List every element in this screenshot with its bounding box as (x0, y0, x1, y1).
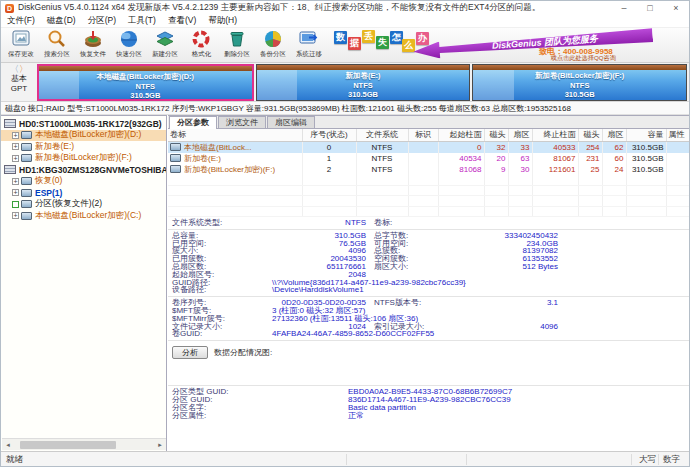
menu-tools[interactable]: 工具(T) (122, 15, 162, 27)
scroll-right-arrow[interactable]: ▸ (154, 441, 166, 449)
status-capslock: 大写 (639, 454, 656, 466)
search-partition-button[interactable]: 搜索分区 (39, 29, 75, 62)
col-sector2[interactable]: 扇区 (602, 129, 626, 141)
col-capacity[interactable]: 容量 (626, 129, 666, 141)
partition-name: 新加卷(BitLocker加密)(F:) (473, 71, 686, 81)
tree-item-partition-c[interactable]: + 本地磁盘(BitLocker加密)(C:) (1, 210, 166, 222)
expand-icon[interactable]: + (12, 189, 19, 196)
partition-name: 本地磁盘(BitLocker加密)(D:) (39, 72, 252, 82)
next-disk-arrow[interactable]: 〉 (19, 64, 28, 74)
recover-files-button[interactable]: 恢复文件 (75, 29, 111, 62)
status-bar: 就绪 大写 数字 (1, 451, 689, 466)
col-end-cylinder[interactable]: 终止柱面 (532, 129, 578, 141)
qq-consult-link[interactable]: 或点击此处选择QQ咨询 (551, 54, 616, 63)
delete-partition-button[interactable]: 删除分区 (219, 29, 255, 62)
empty-row (168, 206, 690, 217)
partition-icon (21, 154, 32, 162)
col-start-cylinder[interactable]: 起始柱面 (438, 129, 484, 141)
partition-row[interactable]: 本地磁盘(BitLock... 0 NTFS 0 32 33 40533 254… (168, 141, 690, 153)
tab-partition-params[interactable]: 分区参数 (169, 116, 217, 129)
tree-item-partition-e[interactable]: + 新加卷(E:) (1, 141, 166, 153)
col-attributes[interactable]: 属性 (666, 129, 690, 141)
divider (168, 340, 689, 341)
system-migration-button[interactable]: 系统迁移 (291, 29, 327, 62)
status-numlock: 数字 (663, 454, 680, 466)
expand-icon[interactable]: + (12, 178, 19, 185)
menu-bar: 文件(F) 磁盘(D) 分区(P) 工具(T) 查看(V) 帮助(H) (1, 15, 689, 28)
col-volume-label[interactable]: 卷标 (168, 129, 302, 141)
format-icon (190, 29, 212, 49)
quick-partition-button[interactable]: 快速分区 (111, 29, 147, 62)
banner-tile: 办 (416, 32, 429, 45)
tree-item-hd0[interactable]: HD0:ST1000LM035-1RK172(932GB) (1, 118, 166, 130)
app-icon: D (5, 4, 14, 13)
partition-icon (170, 154, 181, 162)
detail-tabs: 分区参数 浏览文件 扇区编辑 (168, 116, 689, 129)
banner-tile: 数 (334, 31, 347, 44)
status-divider (658, 454, 659, 465)
analyze-button[interactable]: 分析 (172, 346, 208, 359)
save-changes-button[interactable]: 保存更改 (3, 29, 39, 62)
tree-item-partition-d[interactable]: + 本地磁盘(BitLocker加密)(D:) (1, 130, 166, 142)
prev-disk-arrow[interactable]: 〈 (10, 64, 19, 74)
expand-icon[interactable]: + (12, 212, 19, 219)
tab-browse-files[interactable]: 浏览文件 (218, 116, 266, 128)
partition-row[interactable]: 新加卷(BitLocker加密)(F:) 2 NTFS 81068 9 30 1… (168, 164, 690, 175)
expand-icon[interactable]: + (12, 132, 19, 139)
tree-item-partition-f[interactable]: + 新加卷(BitLocker加密)(F:) (1, 153, 166, 165)
backup-partition-button[interactable]: 备份分区 (255, 29, 291, 62)
expand-icon[interactable]: + (12, 143, 19, 150)
format-button[interactable]: 格式化 (183, 29, 219, 62)
partition-graph-bar: 〈〉 基本 GPT 本地磁盘(BitLocker加密)(D:) NTFS 310… (1, 63, 689, 102)
tab-sector-edit[interactable]: 扇区编辑 (267, 116, 315, 128)
tree-item-recovered-files[interactable]: 分区(恢复文件)(2) (1, 199, 166, 211)
banner-tile: 丢 (362, 30, 375, 43)
banner-tile: 失 (376, 36, 389, 49)
partition-icon (170, 143, 181, 151)
close-button[interactable]: × (663, 2, 689, 15)
scroll-thumb[interactable] (20, 441, 116, 449)
col-head2[interactable]: 磁头 (578, 129, 602, 141)
toolbar: 保存更改 搜索分区 恢复文件 快速分区 新建分区 格式化 (1, 28, 689, 63)
promo-banner[interactable]: 数 据 丢 失 怎 么 办 DiskGenius 团队为您服务 致电：400-0… (331, 28, 689, 62)
scroll-left-arrow[interactable]: ◂ (2, 441, 14, 449)
partition-table: 卷标 序号(状态) 文件系统 标识 起始柱面 磁头 扇区 终止柱面 磁头 扇区 … (168, 129, 690, 217)
menu-help[interactable]: 帮助(H) (202, 15, 243, 27)
gpt-info-section: 分区类型 GUID:EBD0A0A2-B9E5-4433-87C0-68B6B7… (168, 388, 689, 420)
tree-horizontal-scrollbar[interactable]: ◂ ▸ (2, 438, 166, 450)
partition-size: 310.5GB (473, 90, 686, 100)
partition-block-f[interactable]: 新加卷(BitLocker加密)(F:) NTFS 310.5GB (472, 64, 687, 101)
service-ribbon[interactable]: DiskGenius 团队为您服务 (413, 27, 654, 61)
disk-icon (4, 165, 16, 174)
tree-item-hd1[interactable]: HD1:KBG30ZMS128GNVMeTOSHIBA128 (1, 164, 166, 176)
partition-block-d[interactable]: 本地磁盘(BitLocker加密)(D:) NTFS 310.5GB (37, 64, 254, 101)
col-head[interactable]: 磁头 (484, 129, 508, 141)
maximize-button[interactable]: □ (637, 2, 663, 15)
diskgenius-window: D DiskGenius V5.4.0.1124 x64 发现新版本 V5.4.… (0, 0, 690, 467)
col-filesystem[interactable]: 文件系统 (356, 129, 408, 141)
partition-icon (21, 200, 32, 208)
title-bar: D DiskGenius V5.4.0.1124 x64 发现新版本 V5.4.… (1, 1, 689, 15)
delete-partition-icon (226, 29, 248, 49)
expand-icon[interactable]: + (12, 155, 19, 162)
empty-row (168, 196, 690, 207)
disk-icon (4, 119, 16, 128)
menu-partition[interactable]: 分区(P) (82, 15, 122, 27)
partition-row[interactable]: 新加卷(E:) 1 NTFS 40534 20 63 81067 231 60 … (168, 153, 690, 164)
search-icon (46, 29, 68, 49)
menu-disk[interactable]: 磁盘(D) (41, 15, 82, 27)
minimize-button[interactable]: – (611, 2, 637, 15)
new-partition-button[interactable]: 新建分区 (147, 29, 183, 62)
status-divider (631, 454, 632, 465)
tree-item-recovery[interactable]: + 恢复(0) (1, 176, 166, 188)
col-flag[interactable]: 标识 (408, 129, 438, 141)
col-sector[interactable]: 扇区 (508, 129, 532, 141)
menu-view[interactable]: 查看(V) (162, 15, 202, 27)
divider (168, 385, 689, 386)
partition-block-e[interactable]: 新加卷(E:) NTFS 310.5GB (256, 64, 471, 101)
tree-item-esp[interactable]: + ESP(1) (1, 187, 166, 199)
menu-file[interactable]: 文件(F) (1, 15, 41, 27)
col-index-status[interactable]: 序号(状态) (302, 129, 356, 141)
partition-fs: NTFS (257, 81, 470, 91)
checkbox-icon[interactable] (12, 201, 19, 208)
